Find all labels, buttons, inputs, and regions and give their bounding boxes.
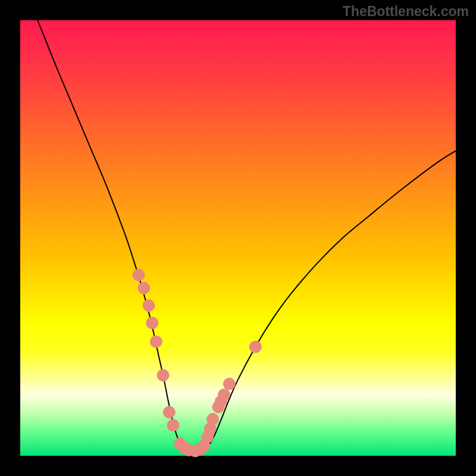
chart-overlay [0, 0, 476, 476]
marker-point [167, 419, 179, 431]
marker-point [146, 317, 158, 329]
marker-point [143, 299, 155, 311]
marker-point [138, 282, 150, 294]
marker-group [133, 269, 261, 457]
marker-point [157, 369, 169, 381]
marker-point [223, 378, 235, 390]
marker-point [218, 389, 230, 401]
chart-frame: TheBottleneck.com [0, 0, 476, 476]
marker-point [207, 414, 219, 425]
marker-point [150, 336, 162, 347]
marker-point [163, 406, 175, 418]
bottleneck-curve [37, 20, 456, 452]
marker-point [133, 269, 145, 281]
marker-point [249, 341, 261, 353]
